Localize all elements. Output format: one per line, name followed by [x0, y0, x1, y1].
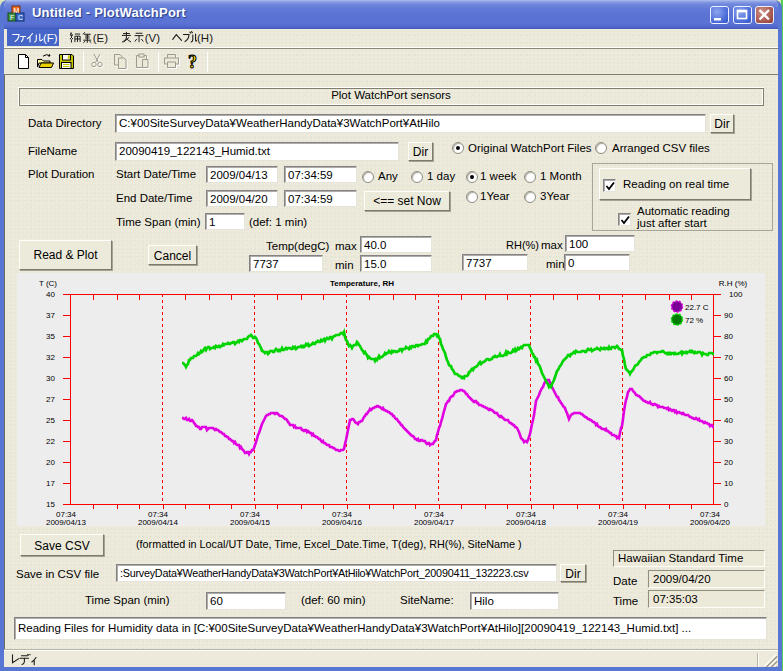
svg-text:20: 20	[46, 458, 55, 467]
svg-text:72 %: 72 %	[685, 316, 703, 325]
svg-text:2009/04/16: 2009/04/16	[322, 518, 363, 527]
svg-text:2009/04/18: 2009/04/18	[506, 518, 547, 527]
svg-text:30: 30	[46, 374, 55, 383]
svg-text:2009/04/13: 2009/04/13	[46, 518, 87, 527]
svg-text:100: 100	[729, 290, 743, 299]
svg-text:35: 35	[46, 332, 55, 341]
svg-text:70: 70	[724, 353, 733, 362]
svg-text:?: ?	[188, 53, 197, 70]
svg-text:T (C): T (C)	[39, 279, 57, 288]
svg-text:2009/04/20: 2009/04/20	[690, 518, 731, 527]
svg-text:22: 22	[46, 437, 55, 446]
svg-text:60: 60	[724, 374, 733, 383]
svg-text:22.7 C: 22.7 C	[685, 303, 709, 312]
svg-text:40: 40	[724, 416, 733, 425]
svg-text:37: 37	[46, 311, 55, 320]
svg-text:25: 25	[46, 416, 55, 425]
svg-text:2009/04/17: 2009/04/17	[414, 518, 455, 527]
svg-text:17: 17	[46, 479, 55, 488]
svg-text:R.H (%): R.H (%)	[719, 279, 748, 288]
svg-text:20: 20	[724, 458, 733, 467]
svg-text:C: C	[18, 14, 23, 21]
svg-text:2009/04/19: 2009/04/19	[598, 518, 639, 527]
svg-text:27: 27	[46, 395, 55, 404]
svg-text:32: 32	[46, 353, 55, 362]
svg-text:M: M	[14, 7, 20, 14]
svg-text:0: 0	[724, 500, 729, 509]
svg-text:50: 50	[724, 395, 733, 404]
svg-text:2009/04/15: 2009/04/15	[230, 518, 271, 527]
svg-text:40: 40	[46, 290, 55, 299]
svg-text:10: 10	[724, 479, 733, 488]
svg-text:Temperature, RH: Temperature, RH	[330, 279, 394, 288]
svg-text:F: F	[10, 14, 14, 21]
svg-text:90: 90	[724, 311, 733, 320]
svg-text:15: 15	[46, 500, 55, 509]
svg-text:80: 80	[724, 332, 733, 341]
svg-text:2009/04/14: 2009/04/14	[138, 518, 179, 527]
svg-text:30: 30	[724, 437, 733, 446]
